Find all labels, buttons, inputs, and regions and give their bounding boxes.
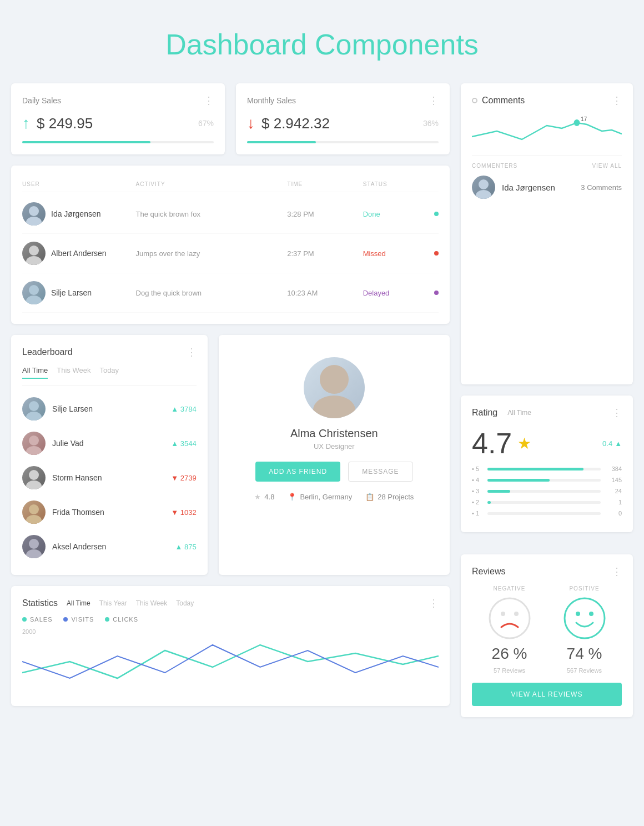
daily-sales-menu[interactable]: ⋮	[204, 94, 214, 107]
right-column: Comments ⋮ 17 COMMENTERS VIEW ALL	[461, 83, 633, 717]
profile-role: UX Designer	[314, 442, 355, 450]
stats-tab-this-week[interactable]: This Week	[136, 599, 167, 607]
legend-label-visits: VISITS	[71, 616, 94, 623]
profile-avatar	[304, 357, 365, 418]
rating-bars: • 5 384 • 4 145 • 3	[472, 465, 622, 517]
stats-tab-this-year[interactable]: This Year	[99, 599, 127, 607]
rating-bar-fill	[487, 468, 583, 470]
comments-chart: 17	[472, 114, 622, 148]
location-icon: 📍	[288, 493, 296, 501]
message-button[interactable]: MESSAGE	[348, 462, 412, 482]
statistics-card: Statistics All Time This Year This Week …	[11, 586, 450, 706]
positive-count: 567 Reviews	[567, 667, 602, 674]
activity-card: USER ACTIVITY TIME STATUS Ida Jørgensen	[11, 166, 450, 324]
daily-sales-progress-fill	[22, 141, 150, 143]
rating-bar-row: • 2 1	[472, 499, 622, 505]
leaderboard-menu[interactable]: ⋮	[187, 346, 197, 358]
svg-point-5	[26, 296, 42, 304]
statistics-chart-svg	[22, 628, 439, 695]
profile-name: Alma Christensen	[290, 427, 378, 440]
monthly-sales-card: Monthly Sales ⋮ ↓ $ 2.942.32 36%	[236, 83, 450, 154]
chart-y-label: 2000	[22, 628, 36, 635]
legend-dot-sales	[22, 617, 27, 622]
rating-bar-count: 145	[605, 477, 622, 483]
list-item: Frida Thomsen ▼ 1032	[22, 495, 197, 529]
status-missed: Missed	[363, 249, 386, 258]
svg-point-20	[479, 179, 489, 189]
monthly-sales-menu[interactable]: ⋮	[429, 94, 439, 107]
daily-sales-amount: $ 249.95	[37, 115, 93, 132]
comment-count: 3 Comments	[581, 183, 622, 192]
rating-bar-track	[487, 479, 601, 482]
svg-point-23	[501, 612, 505, 616]
svg-point-11	[26, 480, 42, 489]
leaderboard-title: Leaderboard	[22, 347, 73, 357]
svg-point-7	[26, 412, 42, 420]
sad-face-icon	[487, 596, 532, 640]
svg-point-22	[490, 598, 530, 638]
avatar	[22, 535, 46, 558]
tab-this-week[interactable]: This Week	[57, 366, 90, 379]
legend-dot-clicks	[105, 617, 109, 622]
status-dot	[434, 291, 439, 295]
table-row: Albert Andersen Jumps over the lazy 2:37…	[22, 234, 439, 273]
rating-menu[interactable]: ⋮	[612, 407, 622, 419]
monthly-sales-down-icon: ↓	[247, 114, 255, 132]
rating-change: 0.4 ▲	[602, 439, 622, 448]
rating-star-1: • 1	[472, 510, 483, 517]
avatar	[22, 397, 46, 420]
table-row: Ida Jørgensen The quick brown fox 3:28 P…	[22, 194, 439, 234]
statistics-title: Statistics	[22, 598, 58, 608]
monthly-sales-title: Monthly Sales	[247, 96, 296, 105]
avatar	[22, 242, 46, 265]
lb-score: ▲ 875	[175, 543, 196, 551]
rating-bar-fill	[487, 479, 550, 482]
star-icon: ★	[254, 493, 261, 501]
rating-value-row: 4.7 ★ 0.4 ▲	[472, 427, 622, 460]
stats-tab-all-time[interactable]: All Time	[67, 599, 90, 607]
activity-text: Jumps over the lazy	[136, 249, 288, 258]
tab-all-time[interactable]: All Time	[22, 366, 48, 379]
tab-today[interactable]: Today	[99, 366, 119, 379]
rating-value: 4.7	[472, 427, 512, 460]
positive-review-col: POSITIVE 74 % 567 Reviews	[562, 585, 607, 674]
statistics-menu[interactable]: ⋮	[429, 597, 439, 609]
rating-bar-fill	[487, 490, 510, 493]
activity-text: The quick brown fox	[136, 210, 288, 218]
view-all-reviews-button[interactable]: VIEW ALL REVIEWS	[472, 683, 622, 706]
daily-sales-up-icon: ↑	[22, 114, 30, 132]
comments-menu[interactable]: ⋮	[612, 94, 622, 107]
statistics-legend: SALES VISITS CLICKS	[22, 616, 439, 623]
page-title: Dashboard Components	[11, 11, 633, 83]
daily-sales-percent: 67%	[198, 119, 214, 128]
activity-table: USER ACTIVITY TIME STATUS Ida Jørgensen	[22, 177, 439, 313]
comments-card: Comments ⋮ 17 COMMENTERS VIEW ALL	[461, 83, 633, 384]
comments-title-row: Comments	[472, 96, 525, 106]
projects-icon: 📋	[365, 493, 374, 501]
svg-point-2	[29, 246, 39, 256]
svg-point-24	[514, 612, 519, 616]
legend-clicks: CLICKS	[105, 616, 138, 623]
avatar	[22, 432, 46, 455]
rating-card: Rating All Time ⋮ 4.7 ★ 0.4 ▲ • 5	[461, 396, 633, 532]
profile-projects: 📋 28 Projects	[365, 493, 414, 501]
time-text: 2:37 PM	[287, 249, 363, 258]
rating-star-4: • 4	[472, 477, 483, 483]
reviews-menu[interactable]: ⋮	[612, 565, 622, 578]
svg-text:17: 17	[581, 116, 587, 123]
comments-title: Comments	[482, 96, 525, 106]
view-all-link[interactable]: VIEW ALL	[592, 163, 622, 169]
avatar	[22, 466, 46, 489]
rating-bar-row: • 3 24	[472, 488, 622, 494]
monthly-sales-progress-fill	[247, 141, 316, 143]
stats-tab-today[interactable]: Today	[176, 599, 194, 607]
add-friend-button[interactable]: ADD AS FRIEND	[255, 462, 340, 482]
svg-point-17	[313, 396, 355, 418]
reviews-columns: NEGATIVE 26 % 57 Reviews POSITIVE	[472, 585, 622, 674]
status-done: Done	[363, 210, 380, 218]
list-item: Silje Larsen ▲ 3784	[22, 392, 197, 426]
rating-bar-row: • 1 0	[472, 510, 622, 517]
rating-bar-row: • 5 384	[472, 465, 622, 472]
list-item: Julie Vad ▲ 3544	[22, 426, 197, 460]
monthly-sales-amount: $ 2.942.32	[261, 115, 330, 132]
